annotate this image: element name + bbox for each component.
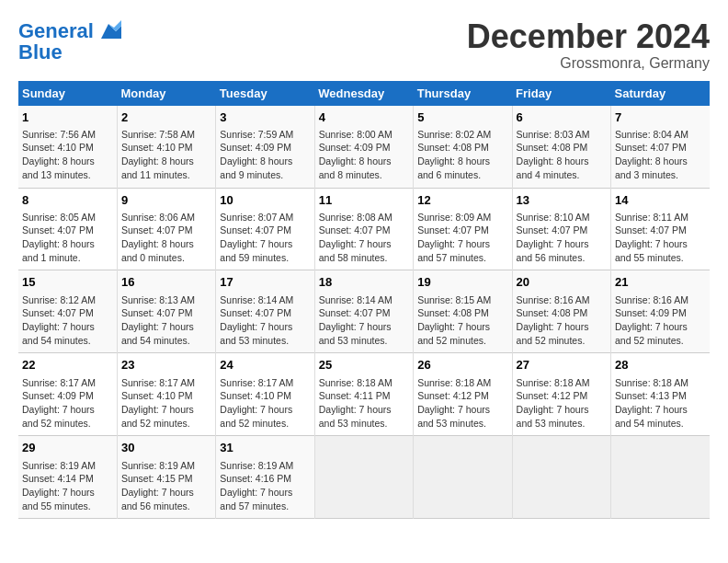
day-number: 27 [517,357,607,373]
day-number: 29 [22,440,113,456]
calendar-cell: 19Sunrise: 8:15 AM Sunset: 4:08 PM Dayli… [414,270,512,353]
day-number: 14 [615,192,706,209]
weekday-header-friday: Friday [512,81,610,106]
day-number: 6 [517,109,607,126]
day-info: Sunrise: 8:09 AM Sunset: 4:07 PM Dayligh… [417,211,507,265]
day-number: 15 [22,274,113,291]
weekday-header-thursday: Thursday [414,81,512,106]
calendar-cell: 17Sunrise: 8:14 AM Sunset: 4:07 PM Dayli… [216,270,314,353]
day-number: 25 [319,357,409,373]
weekday-header-sunday: Sunday [18,81,117,106]
day-number: 8 [22,192,113,209]
day-number: 11 [319,192,409,209]
calendar-cell: 31Sunrise: 8:19 AM Sunset: 4:16 PM Dayli… [216,436,314,519]
calendar-week-3: 15Sunrise: 8:12 AM Sunset: 4:07 PM Dayli… [18,270,710,353]
day-info: Sunrise: 8:02 AM Sunset: 4:08 PM Dayligh… [417,128,507,182]
day-info: Sunrise: 8:16 AM Sunset: 4:08 PM Dayligh… [517,293,607,348]
title-block: December 2024 Grossmonra, Germany [467,18,710,72]
day-number: 31 [220,440,310,456]
day-number: 10 [220,192,310,209]
day-info: Sunrise: 8:18 AM Sunset: 4:12 PM Dayligh… [517,376,607,431]
day-info: Sunrise: 7:59 AM Sunset: 4:09 PM Dayligh… [220,128,310,182]
calendar-week-2: 8Sunrise: 8:05 AM Sunset: 4:07 PM Daylig… [18,188,710,270]
calendar-cell [611,436,710,519]
calendar-cell [512,436,610,519]
weekday-header-tuesday: Tuesday [216,81,314,106]
calendar-cell: 4Sunrise: 8:00 AM Sunset: 4:09 PM Daylig… [314,106,413,188]
day-number: 21 [615,274,706,291]
day-number: 23 [121,357,211,373]
calendar-cell: 16Sunrise: 8:13 AM Sunset: 4:07 PM Dayli… [117,270,215,353]
weekday-row: SundayMondayTuesdayWednesdayThursdayFrid… [18,81,710,106]
day-info: Sunrise: 7:58 AM Sunset: 4:10 PM Dayligh… [121,128,211,182]
day-number: 1 [22,109,113,126]
day-info: Sunrise: 8:15 AM Sunset: 4:08 PM Dayligh… [417,293,507,348]
weekday-header-wednesday: Wednesday [314,81,413,106]
day-number: 13 [517,192,607,209]
calendar-cell: 22Sunrise: 8:17 AM Sunset: 4:09 PM Dayli… [18,353,117,436]
calendar-table: SundayMondayTuesdayWednesdayThursdayFrid… [18,81,710,520]
calendar-cell: 1Sunrise: 7:56 AM Sunset: 4:10 PM Daylig… [18,106,117,188]
day-info: Sunrise: 8:05 AM Sunset: 4:07 PM Dayligh… [22,211,113,265]
month-title: December 2024 [467,18,710,55]
calendar-cell: 21Sunrise: 8:16 AM Sunset: 4:09 PM Dayli… [611,270,710,353]
day-number: 28 [615,357,706,373]
day-number: 17 [220,274,310,291]
day-info: Sunrise: 8:18 AM Sunset: 4:13 PM Dayligh… [615,376,706,431]
calendar-week-4: 22Sunrise: 8:17 AM Sunset: 4:09 PM Dayli… [18,353,710,436]
day-number: 24 [220,357,310,373]
day-info: Sunrise: 8:10 AM Sunset: 4:07 PM Dayligh… [517,211,607,265]
calendar-cell: 6Sunrise: 8:03 AM Sunset: 4:08 PM Daylig… [512,106,610,188]
calendar-week-1: 1Sunrise: 7:56 AM Sunset: 4:10 PM Daylig… [18,106,710,188]
calendar-body: 1Sunrise: 7:56 AM Sunset: 4:10 PM Daylig… [18,106,710,519]
day-info: Sunrise: 8:19 AM Sunset: 4:16 PM Dayligh… [220,459,310,513]
calendar-cell: 9Sunrise: 8:06 AM Sunset: 4:07 PM Daylig… [117,188,215,270]
calendar-cell: 8Sunrise: 8:05 AM Sunset: 4:07 PM Daylig… [18,188,117,270]
calendar-cell: 30Sunrise: 8:19 AM Sunset: 4:15 PM Dayli… [117,436,215,519]
day-number: 9 [121,192,211,209]
day-number: 7 [615,109,706,126]
day-number: 3 [220,109,310,126]
day-info: Sunrise: 8:13 AM Sunset: 4:07 PM Dayligh… [121,293,211,348]
day-info: Sunrise: 8:14 AM Sunset: 4:07 PM Dayligh… [220,293,310,348]
day-info: Sunrise: 8:17 AM Sunset: 4:10 PM Dayligh… [121,376,211,431]
day-number: 12 [417,192,507,209]
weekday-header-monday: Monday [117,81,215,106]
calendar-cell: 20Sunrise: 8:16 AM Sunset: 4:08 PM Dayli… [512,270,610,353]
day-number: 30 [121,440,211,456]
calendar-header: SundayMondayTuesdayWednesdayThursdayFrid… [18,81,710,106]
calendar-cell: 27Sunrise: 8:18 AM Sunset: 4:12 PM Dayli… [512,353,610,436]
day-info: Sunrise: 8:16 AM Sunset: 4:09 PM Dayligh… [615,293,706,348]
day-number: 22 [22,357,113,373]
day-info: Sunrise: 8:12 AM Sunset: 4:07 PM Dayligh… [22,293,113,348]
day-info: Sunrise: 8:19 AM Sunset: 4:15 PM Dayligh… [121,459,211,513]
page-header: General Blue December 2024 Grossmonra, G… [18,18,710,72]
calendar-cell: 25Sunrise: 8:18 AM Sunset: 4:11 PM Dayli… [314,353,413,436]
location-title: Grossmonra, Germany [467,55,710,72]
calendar-cell: 18Sunrise: 8:14 AM Sunset: 4:07 PM Dayli… [314,270,413,353]
calendar-cell: 12Sunrise: 8:09 AM Sunset: 4:07 PM Dayli… [414,188,512,270]
calendar-cell: 11Sunrise: 8:08 AM Sunset: 4:07 PM Dayli… [314,188,413,270]
day-info: Sunrise: 8:07 AM Sunset: 4:07 PM Dayligh… [220,211,310,265]
calendar-cell: 2Sunrise: 7:58 AM Sunset: 4:10 PM Daylig… [117,106,215,188]
day-info: Sunrise: 8:03 AM Sunset: 4:08 PM Dayligh… [517,128,607,182]
day-info: Sunrise: 7:56 AM Sunset: 4:10 PM Dayligh… [22,128,113,182]
day-info: Sunrise: 8:18 AM Sunset: 4:11 PM Dayligh… [319,376,409,431]
day-info: Sunrise: 8:08 AM Sunset: 4:07 PM Dayligh… [319,211,409,265]
calendar-cell: 3Sunrise: 7:59 AM Sunset: 4:09 PM Daylig… [216,106,314,188]
calendar-cell: 10Sunrise: 8:07 AM Sunset: 4:07 PM Dayli… [216,188,314,270]
calendar-cell [414,436,512,519]
day-info: Sunrise: 8:17 AM Sunset: 4:10 PM Dayligh… [220,376,310,431]
calendar-cell: 7Sunrise: 8:04 AM Sunset: 4:07 PM Daylig… [611,106,710,188]
calendar-cell: 5Sunrise: 8:02 AM Sunset: 4:08 PM Daylig… [414,106,512,188]
day-info: Sunrise: 8:17 AM Sunset: 4:09 PM Dayligh… [22,376,113,431]
calendar-cell: 24Sunrise: 8:17 AM Sunset: 4:10 PM Dayli… [216,353,314,436]
day-info: Sunrise: 8:11 AM Sunset: 4:07 PM Dayligh… [615,211,706,265]
day-info: Sunrise: 8:14 AM Sunset: 4:07 PM Dayligh… [319,293,409,348]
calendar-cell: 26Sunrise: 8:18 AM Sunset: 4:12 PM Dayli… [414,353,512,436]
day-info: Sunrise: 8:00 AM Sunset: 4:09 PM Dayligh… [319,128,409,182]
calendar-cell: 28Sunrise: 8:18 AM Sunset: 4:13 PM Dayli… [611,353,710,436]
calendar-cell: 15Sunrise: 8:12 AM Sunset: 4:07 PM Dayli… [18,270,117,353]
logo: General Blue [18,18,121,64]
calendar-cell [314,436,413,519]
